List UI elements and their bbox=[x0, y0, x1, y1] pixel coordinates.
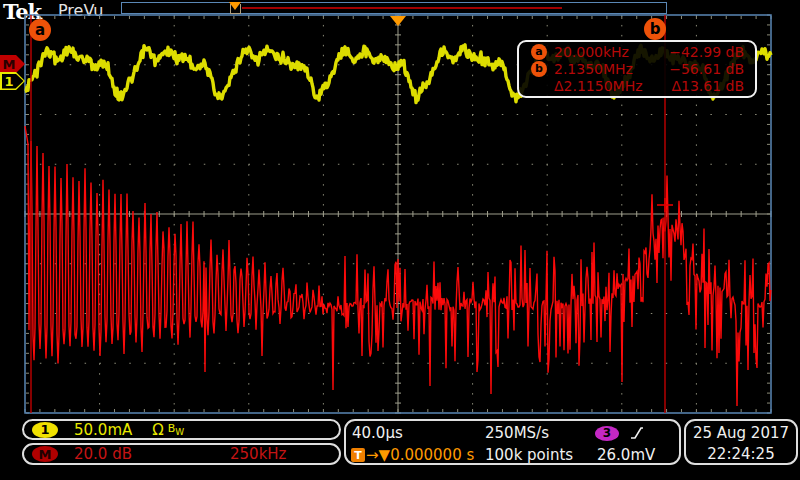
record-length: 100k points bbox=[485, 446, 573, 464]
trigger-pointer-icon: ▼ bbox=[379, 446, 391, 464]
trigger-position-icon[interactable] bbox=[390, 16, 406, 26]
cursor-delta-readout-row: Δ2.1150MHz Δ13.61 dB bbox=[524, 78, 744, 95]
math-position-marker[interactable]: M bbox=[0, 55, 25, 73]
trigger-position-readout: T → ▼ 0.000000 s bbox=[351, 446, 474, 464]
math-horizontal-scale: 250kHz bbox=[230, 445, 286, 463]
cursor-b-badge: b bbox=[531, 61, 547, 77]
ch1-coupling-icon: Ω bbox=[152, 421, 163, 439]
math-badge: M bbox=[32, 446, 58, 462]
ch1-status-bar[interactable]: 1 50.0mA Ω BW bbox=[22, 419, 341, 440]
cursor-a-label[interactable]: a bbox=[29, 19, 51, 41]
ch1-bandwidth-icon: BW bbox=[168, 422, 184, 437]
cursor-b-marker-icon: b bbox=[524, 61, 554, 77]
trigger-t-icon: T bbox=[351, 448, 365, 462]
arrow-icon: → bbox=[366, 446, 379, 464]
cursor-b-label[interactable]: b bbox=[644, 18, 666, 40]
date-label: 25 Aug 2017 bbox=[686, 423, 796, 444]
cursor-a-marker-icon: a bbox=[524, 44, 554, 60]
cursor-a-readout-row: a 20.000kHz −42.99 dB bbox=[524, 43, 744, 60]
trigger-delay-value: 0.000000 s bbox=[390, 446, 474, 464]
cursor-a-badge: a bbox=[531, 44, 547, 60]
trigger-source-badge: 3 bbox=[595, 426, 619, 441]
sample-rate: 250MS/s bbox=[485, 424, 549, 442]
ch1-marker-label: 1 bbox=[0, 72, 18, 90]
trigger-level: 26.0mV bbox=[597, 446, 655, 464]
math-status-bar[interactable]: M 20.0 dB 250kHz bbox=[22, 443, 341, 465]
oscilloscope-screen: Tek PreVu a b a 20.000kHz −42.99 dB b 2.… bbox=[0, 0, 800, 480]
cursor-b-level: −56.61 dB bbox=[664, 61, 744, 77]
cursor-delta-frequency: Δ2.1150MHz bbox=[554, 78, 664, 94]
timebase-scale: 40.0µs bbox=[352, 424, 403, 442]
time-label: 22:24:25 bbox=[686, 444, 796, 464]
cursor-a-level: −42.99 dB bbox=[664, 44, 744, 60]
cursor-readout-box: a 20.000kHz −42.99 dB b 2.1350MHz −56.61… bbox=[517, 40, 757, 98]
horizontal-trigger-bar[interactable]: 40.0µs 250MS/s 3 T → ▼ 0.000000 s 100k p… bbox=[344, 419, 681, 465]
cursor-b-frequency: 2.1350MHz bbox=[554, 61, 664, 77]
datetime-bar: 25 Aug 2017 22:24:25 bbox=[684, 419, 798, 465]
ch1-badge: 1 bbox=[32, 422, 58, 438]
cursor-a-frequency: 20.000kHz bbox=[554, 44, 664, 60]
ch1-scale: 50.0mA bbox=[74, 421, 132, 439]
cursor-b-readout-row: b 2.1350MHz −56.61 dB bbox=[524, 60, 744, 77]
math-marker-label: M bbox=[0, 55, 18, 73]
math-vertical-scale: 20.0 dB bbox=[74, 445, 132, 463]
rising-slope-icon bbox=[629, 425, 645, 441]
ch1-position-marker[interactable]: 1 bbox=[0, 72, 25, 90]
cursor-delta-level: Δ13.61 dB bbox=[664, 78, 744, 94]
